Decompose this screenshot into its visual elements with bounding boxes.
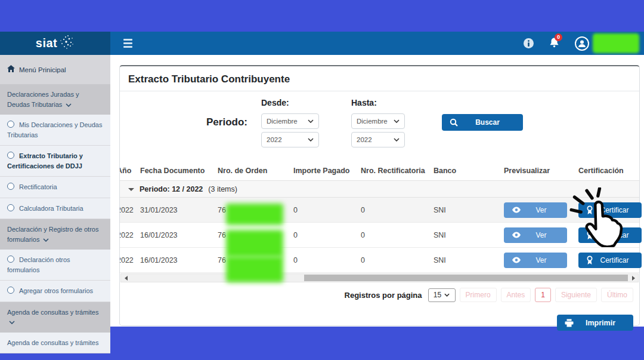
sidebar-group-label: Declaración y Registro de otros formular… (7, 226, 98, 243)
cell-anio: 2022 (120, 256, 134, 264)
eye-icon (512, 207, 521, 213)
cell-nro-orden: 76 (215, 256, 291, 264)
desde-month-select[interactable]: Diciembre (261, 113, 319, 129)
chevron-down-icon (66, 101, 72, 108)
cell-fecha: 16/01/2023 (138, 231, 215, 239)
sidebar-group-agenda[interactable]: Agenda de consultas y trámites (0, 302, 110, 333)
radio-circle-icon (7, 121, 14, 128)
sidebar-item-menu-principal[interactable]: Menú Prinicipal (0, 55, 110, 84)
period-filters: Periodo: Desde: Hasta: Diciembre 2022 Di… (120, 91, 639, 161)
cell-importe: 0 (291, 231, 358, 239)
col-banco: Banco (431, 167, 501, 175)
redacted-username[interactable] (593, 33, 639, 53)
cell-nro-orden: 76 (215, 231, 291, 239)
award-icon (586, 230, 593, 240)
cell-rectificatoria: 0 (358, 256, 431, 264)
hasta-year-select[interactable]: 2022 (351, 132, 405, 147)
page-size-select[interactable]: 15 (428, 288, 456, 302)
cell-rectificatoria: 0 (358, 206, 431, 214)
ver-button[interactable]: Ver (504, 202, 567, 218)
buscar-button[interactable]: Buscar (442, 114, 523, 131)
hasta-year-value: 2022 (357, 136, 372, 143)
scroll-left-arrow-icon[interactable] (121, 274, 131, 282)
desde-month-value: Diciembre (267, 118, 298, 125)
sidebar-item-declaracion-otros[interactable]: Declaración otros formularios (0, 250, 110, 281)
page-size-label: Registros por página (345, 291, 422, 300)
scrollbar-thumb[interactable] (304, 275, 628, 281)
cell-importe: 0 (291, 256, 358, 264)
sidebar-item-rectificatoria[interactable]: Rectificatoria (0, 177, 110, 198)
sidebar-group-otros-formularios[interactable]: Declaración y Registro de otros formular… (0, 219, 110, 250)
info-icon[interactable] (524, 38, 534, 48)
sidebar-item-calculadora[interactable]: Calculadora Tributaria (0, 198, 110, 220)
notifications-bell-icon[interactable]: 0 (549, 37, 559, 50)
cell-anio: 2022 (120, 231, 134, 239)
certificar-label: Certificar (593, 231, 636, 239)
certificar-button[interactable]: Certificar (578, 227, 642, 243)
group-row-label: Periodo: 12 / 2022 (140, 185, 203, 193)
hasta-month-select[interactable]: Diciembre (351, 113, 405, 129)
results-table: Año Fecha Documento Nro. de Orden Import… (120, 161, 639, 273)
chevron-down-icon (394, 119, 400, 123)
horizontal-scrollbar[interactable] (120, 273, 639, 282)
cell-anio: 2022 (120, 206, 134, 214)
award-icon (586, 205, 593, 215)
sidebar-group-declaraciones[interactable]: Declaraciones Juradas y Deudas Tributari… (0, 84, 110, 115)
user-avatar[interactable] (575, 36, 589, 51)
redacted-order-number (226, 230, 283, 257)
certificar-button[interactable]: Certificar (578, 253, 642, 268)
notification-badge: 0 (555, 33, 562, 41)
cell-importe: 0 (291, 206, 358, 214)
certificar-label: Certificar (593, 256, 636, 264)
redacted-order-number (226, 204, 283, 225)
imprimir-label: Imprimir (574, 319, 627, 327)
desde-label: Desde: (261, 98, 289, 107)
last-page-button[interactable]: Último (601, 288, 633, 302)
ver-button[interactable]: Ver (504, 253, 567, 268)
sidebar-item-agregar-otros[interactable]: Agregar otros formularios (0, 281, 110, 302)
main-content: Extracto Tributario Contribuyente Period… (110, 55, 644, 327)
sidebar-item-mis-declaraciones[interactable]: Mis Declaraciones y Deudas Tributarias (0, 115, 110, 146)
hasta-month-value: Diciembre (357, 118, 388, 125)
sidebar-item-label: Agenda de consultas y trámites (7, 339, 98, 346)
imprimir-button[interactable]: Imprimir (557, 315, 633, 331)
radio-circle-icon (7, 256, 14, 263)
sidebar-item-label: Rectificatoria (19, 183, 57, 190)
col-fecha-documento: Fecha Documento (138, 167, 215, 175)
page-size-value: 15 (434, 291, 441, 299)
current-page-button[interactable]: 1 (535, 288, 551, 302)
table-row: 2022 16/01/2023 76 0 0 SNI Ver (120, 223, 639, 248)
orden-prefix: 76 (218, 206, 226, 214)
home-icon (7, 65, 15, 75)
radio-circle-icon (7, 287, 14, 294)
dandelion-icon (59, 35, 75, 53)
certificar-button[interactable]: Certificar (578, 202, 642, 218)
radio-circle-icon (7, 204, 14, 211)
redacted-order-number (226, 256, 283, 282)
col-anio: Año (120, 167, 131, 175)
col-nro-orden: Nro. de Orden (215, 167, 291, 175)
group-expander-icon[interactable] (128, 185, 134, 193)
hasta-label: Hasta: (351, 98, 377, 107)
table-header-row: Año Fecha Documento Nro. de Orden Import… (120, 161, 639, 180)
group-row-count: (3 items) (208, 185, 237, 193)
next-page-button[interactable]: Siguiente (555, 288, 597, 302)
cell-rectificatoria: 0 (358, 231, 431, 239)
sidebar: Menú Prinicipal Declaraciones Juradas y … (0, 55, 110, 327)
prev-page-button[interactable]: Antes (501, 288, 531, 302)
sidebar-item-label: Mis Declaraciones y Deudas Tributarias (7, 121, 102, 139)
chevron-down-icon (9, 318, 15, 325)
desde-year-select[interactable]: 2022 (261, 132, 319, 147)
period-group-row[interactable]: Periodo: 12 / 2022 (3 items) (120, 180, 639, 198)
radio-circle-icon (7, 183, 14, 190)
sidebar-item-agenda-consultas[interactable]: Agenda de consultas y trámites (0, 333, 110, 354)
table-row: 2022 16/01/2023 76 0 0 SNI Ver (120, 248, 639, 273)
scroll-right-arrow-icon[interactable] (628, 274, 638, 282)
sidebar-item-extracto-tributario[interactable]: Extracto Tributario y Certificaciones de… (0, 146, 110, 177)
hamburger-menu-icon[interactable] (123, 39, 132, 48)
ver-button[interactable]: Ver (504, 227, 567, 243)
orden-prefix: 76 (218, 256, 226, 264)
ver-label: Ver (521, 256, 561, 264)
chevron-down-icon (43, 236, 49, 243)
first-page-button[interactable]: Primero (460, 288, 497, 302)
